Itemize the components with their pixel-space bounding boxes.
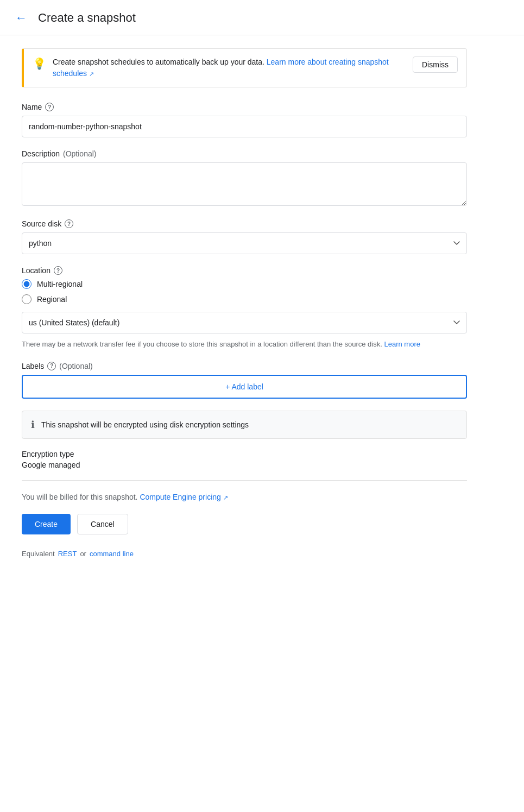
- equivalent-links: Equivalent REST or command line: [22, 550, 467, 558]
- or-text: or: [80, 550, 86, 558]
- encryption-type-value: Google managed: [22, 461, 467, 469]
- command-line-link[interactable]: command line: [90, 550, 134, 558]
- source-disk-select[interactable]: python: [22, 232, 467, 254]
- banner-text: Create snapshot schedules to automatical…: [53, 56, 406, 79]
- divider: [22, 480, 467, 481]
- encryption-type-section: Encryption type Google managed: [22, 450, 467, 469]
- location-label: Location ?: [22, 266, 467, 275]
- encryption-banner-text: This snapshot will be encrypted using di…: [41, 420, 249, 429]
- labels-help-icon[interactable]: ?: [47, 362, 56, 370]
- name-input[interactable]: [22, 116, 467, 137]
- encryption-banner: ℹ This snapshot will be encrypted using …: [22, 411, 467, 439]
- lightbulb-icon: 💡: [33, 57, 46, 70]
- multiregional-label: Multi-regional: [37, 280, 83, 288]
- back-button[interactable]: ←: [13, 9, 29, 27]
- name-label: Name ?: [22, 103, 467, 111]
- action-buttons: Create Cancel: [22, 514, 467, 534]
- external-link-icon: ↗: [89, 70, 94, 79]
- multiregional-radio[interactable]: [22, 279, 31, 289]
- location-help-icon[interactable]: ?: [54, 266, 62, 275]
- create-button[interactable]: Create: [22, 514, 71, 534]
- cancel-button[interactable]: Cancel: [77, 514, 128, 534]
- info-banner: 💡 Create snapshot schedules to automatic…: [22, 48, 467, 87]
- region-select[interactable]: us (United States) (default): [22, 312, 467, 333]
- add-label-button[interactable]: + Add label: [22, 375, 467, 399]
- labels-optional: (Optional): [59, 362, 92, 370]
- description-field-group: Description (Optional): [22, 149, 467, 207]
- labels-field-group: Labels ? (Optional) + Add label: [22, 362, 467, 399]
- name-field-group: Name ?: [22, 103, 467, 137]
- description-textarea[interactable]: [22, 162, 467, 206]
- network-fee-text: There may be a network transfer fee if y…: [22, 339, 467, 350]
- main-content: 💡 Create snapshot schedules to automatic…: [0, 35, 489, 571]
- labels-label: Labels ? (Optional): [22, 362, 467, 370]
- billing-external-link-icon: ↗: [223, 493, 228, 502]
- network-fee-learn-more-link[interactable]: Learn more: [384, 340, 420, 348]
- regional-label: Regional: [37, 295, 67, 304]
- compute-engine-pricing-link[interactable]: Compute Engine pricing ↗: [140, 493, 228, 501]
- billing-text: You will be billed for this snapshot. Co…: [22, 492, 467, 503]
- source-disk-label: Source disk ?: [22, 219, 467, 228]
- equivalent-label: Equivalent: [22, 550, 55, 558]
- regional-option[interactable]: Regional: [22, 294, 467, 304]
- encryption-type-label: Encryption type: [22, 450, 467, 458]
- page-title: Create a snapshot: [38, 11, 136, 25]
- location-field-group: Location ? Multi-regional Regional us (U…: [22, 266, 467, 350]
- info-circle-icon: ℹ: [31, 419, 35, 431]
- banner-main-text: Create snapshot schedules to automatical…: [53, 58, 264, 66]
- rest-link[interactable]: REST: [58, 550, 77, 558]
- location-radio-group: Multi-regional Regional: [22, 279, 467, 304]
- multiregional-option[interactable]: Multi-regional: [22, 279, 467, 289]
- source-disk-field-group: Source disk ? python: [22, 219, 467, 254]
- description-optional: (Optional): [63, 149, 96, 158]
- page-header: ← Create a snapshot: [0, 0, 524, 35]
- name-help-icon[interactable]: ?: [45, 103, 54, 111]
- description-label: Description (Optional): [22, 149, 467, 158]
- regional-radio[interactable]: [22, 294, 31, 304]
- dismiss-button[interactable]: Dismiss: [413, 56, 458, 73]
- source-disk-help-icon[interactable]: ?: [65, 219, 73, 228]
